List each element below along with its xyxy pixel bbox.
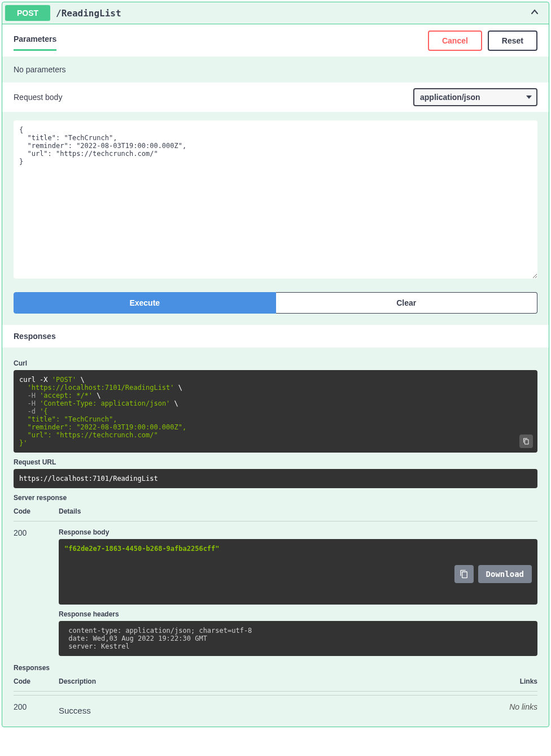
response-body-label: Response body bbox=[59, 528, 537, 536]
col-head-code: Code bbox=[14, 507, 59, 515]
server-response-label: Server response bbox=[14, 494, 537, 502]
response-body-block: "f62de2e7-1863-4450-b268-9afba2256cff" D… bbox=[59, 539, 537, 605]
response-headers-block: content-type: application/json; charset=… bbox=[59, 621, 537, 656]
copy-response-button[interactable] bbox=[454, 565, 474, 583]
operation-path: /ReadingList bbox=[50, 8, 529, 19]
parameters-tab[interactable]: Parameters bbox=[14, 30, 56, 51]
copy-curl-button[interactable] bbox=[519, 435, 533, 448]
col-head-links: Links bbox=[492, 677, 537, 685]
col-head-details: Details bbox=[59, 507, 537, 515]
curl-block: curl -X 'POST' \ 'https://localhost:7101… bbox=[14, 370, 537, 453]
method-badge: POST bbox=[5, 5, 50, 21]
operation-summary[interactable]: POST /ReadingList bbox=[2, 2, 549, 24]
download-button[interactable]: Download bbox=[478, 565, 532, 583]
request-url-label: Request URL bbox=[14, 458, 537, 466]
chevron-up-icon bbox=[529, 6, 540, 20]
responses-row-links: No links bbox=[492, 702, 537, 715]
reset-button[interactable]: Reset bbox=[488, 31, 537, 51]
curl-label: Curl bbox=[14, 359, 537, 367]
no-parameters-text: No parameters bbox=[14, 65, 537, 74]
request-url-block: https://localhost:7101/ReadingList bbox=[14, 469, 537, 488]
responses-table-label: Responses bbox=[14, 664, 537, 672]
request-body-label: Request body bbox=[14, 93, 413, 102]
response-headers-label: Response headers bbox=[59, 610, 537, 618]
responses-row-description: Success bbox=[59, 702, 492, 715]
response-code: 200 bbox=[14, 528, 59, 662]
cancel-button[interactable]: Cancel bbox=[428, 31, 482, 51]
col-head-description: Description bbox=[59, 677, 492, 685]
execute-button[interactable]: Execute bbox=[14, 292, 276, 314]
content-type-select[interactable]: application/json bbox=[413, 88, 537, 106]
responses-row-code: 200 bbox=[14, 702, 59, 715]
clear-button[interactable]: Clear bbox=[276, 292, 538, 314]
col-head-code-2: Code bbox=[14, 677, 59, 685]
responses-header: Responses bbox=[2, 325, 549, 347]
request-body-editor[interactable] bbox=[14, 120, 537, 279]
